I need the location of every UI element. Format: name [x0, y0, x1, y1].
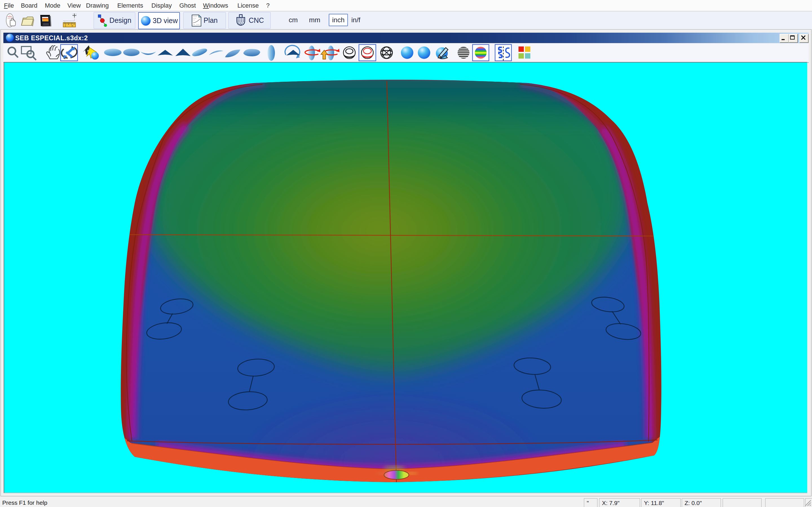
svg-text:0: 0	[71, 24, 73, 27]
svg-text:1: 1	[65, 24, 66, 27]
